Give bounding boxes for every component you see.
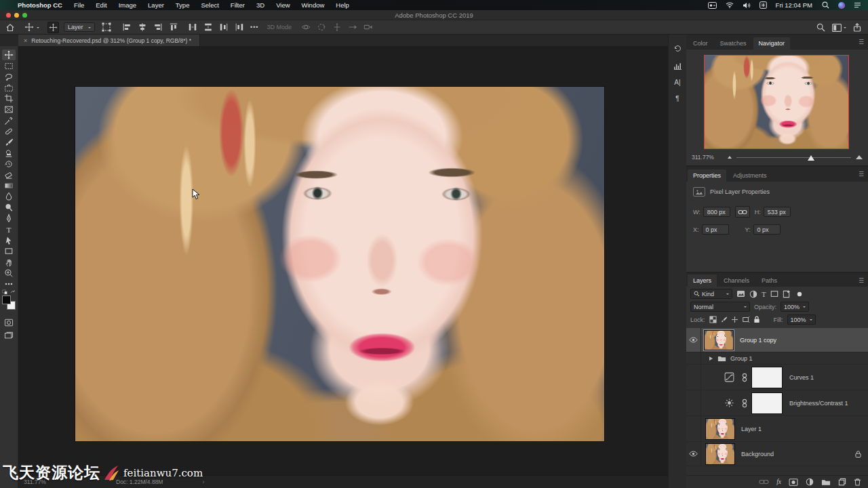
histogram-panel-icon[interactable] (673, 62, 682, 70)
layer-row-background[interactable]: Background (686, 442, 868, 466)
menu-view[interactable]: View (276, 1, 290, 9)
menu-edit[interactable]: Edit (96, 1, 106, 9)
filter-smart-objects-icon[interactable] (783, 290, 790, 298)
menu-file[interactable]: File (74, 1, 84, 9)
show-transform-controls-toggle[interactable] (102, 22, 111, 32)
screen-record-icon[interactable] (708, 2, 717, 9)
gradient-tool[interactable] (2, 180, 16, 191)
filter-adjustment-layers-icon[interactable] (749, 290, 757, 298)
panel-menu-icon[interactable]: ☰ (859, 277, 864, 284)
link-dimensions-icon[interactable] (735, 206, 750, 218)
layer-name[interactable]: Group 1 (730, 355, 753, 362)
panel-menu-icon[interactable]: ☰ (859, 39, 864, 45)
expand-group-caret[interactable] (709, 357, 715, 361)
lock-transparent-pixels-icon[interactable] (709, 316, 717, 323)
link-layers-icon[interactable] (759, 479, 769, 485)
visibility-toggle[interactable] (686, 442, 701, 466)
siri-icon[interactable] (838, 2, 845, 9)
menu-filter[interactable]: Filter (231, 1, 245, 9)
new-group-icon[interactable] (821, 479, 831, 486)
align-left-edges-button[interactable] (122, 22, 132, 32)
home-icon[interactable] (5, 23, 15, 32)
3d-orbit-icon[interactable] (301, 22, 311, 32)
menu-select[interactable]: Select (201, 1, 218, 9)
distribute-vertical-centers-button[interactable] (188, 22, 197, 32)
tab-adjustments[interactable]: Adjustments (728, 169, 772, 182)
blur-tool[interactable] (2, 191, 16, 202)
menu-window[interactable]: Window (302, 1, 325, 9)
3d-camera-icon[interactable] (363, 22, 373, 32)
layer-mask-thumbnail[interactable] (751, 392, 783, 414)
layer-thumbnail[interactable] (705, 443, 735, 465)
dodge-tool[interactable] (2, 202, 16, 213)
layer-filter-kind-dropdown[interactable]: Kind (690, 289, 732, 299)
eraser-tool[interactable] (2, 169, 16, 180)
workspace-switcher-icon[interactable] (832, 24, 846, 32)
tab-color[interactable]: Color (688, 37, 713, 49)
foreground-color-swatch[interactable] (2, 296, 11, 304)
canvas-area[interactable]: 311.77% Doc: 1.22M/4.88M › (18, 46, 668, 488)
move-tool[interactable] (2, 49, 16, 60)
align-right-edges-button[interactable] (153, 22, 163, 32)
navigator-zoom-field[interactable]: 311.77% (692, 154, 723, 161)
layer-name[interactable]: Layer 1 (741, 426, 762, 432)
volume-icon[interactable] (743, 2, 751, 9)
3d-slide-icon[interactable] (348, 22, 357, 32)
menu-3d[interactable]: 3D (256, 1, 264, 9)
notification-center-icon[interactable] (854, 2, 861, 8)
tab-paths[interactable]: Paths (756, 274, 783, 287)
layer-row-brightness-contrast-1[interactable]: Brightness/Contrast 1 (686, 390, 868, 416)
frame-tool[interactable] (2, 104, 16, 115)
wifi-icon[interactable] (726, 2, 734, 8)
document-image[interactable] (75, 87, 604, 441)
paragraph-panel-icon[interactable]: ¶ (675, 95, 679, 102)
layer-row-group-1-copy[interactable]: Group 1 copy (686, 328, 868, 352)
visibility-toggle[interactable] (686, 365, 701, 390)
auto-select-toggle[interactable] (47, 22, 59, 33)
tab-layers[interactable]: Layers (688, 274, 717, 287)
layer-thumbnail[interactable] (704, 330, 734, 350)
search-icon[interactable] (816, 23, 825, 32)
quick-mask-mode-button[interactable] (2, 317, 16, 328)
brush-tool[interactable] (2, 137, 16, 148)
layer-row-layer-1[interactable]: Layer 1 (686, 416, 868, 442)
type-tool[interactable]: T (2, 224, 16, 235)
window-title-bar[interactable]: Adobe Photoshop CC 2019 (0, 10, 868, 20)
x-field[interactable]: 0 px (702, 224, 729, 235)
edit-toolbar-icon[interactable] (2, 279, 16, 289)
navigator-zoom-slider[interactable] (736, 157, 851, 158)
close-tab-icon[interactable]: × (24, 37, 27, 44)
pen-tool[interactable] (2, 213, 16, 224)
layer-mask-thumbnail[interactable] (751, 367, 783, 388)
history-brush-tool[interactable] (2, 159, 16, 169)
height-field[interactable]: 533 px (764, 207, 791, 217)
lock-position-icon[interactable] (731, 316, 738, 323)
layer-row-curves-1[interactable]: Curves 1 (686, 365, 868, 390)
blend-mode-dropdown[interactable]: Normal (690, 302, 750, 312)
visibility-toggle[interactable] (686, 352, 701, 364)
distribute-left-edges-button[interactable] (219, 22, 229, 32)
filter-type-layers-icon[interactable]: T (762, 290, 766, 298)
filter-pixel-layers-icon[interactable] (736, 290, 745, 298)
filter-shape-layers-icon[interactable] (770, 290, 778, 298)
opacity-dropdown[interactable]: 100% (781, 302, 809, 312)
menu-clock[interactable]: Fri 12:04 PM (776, 1, 812, 9)
menu-help[interactable]: Help (336, 1, 349, 9)
auto-select-target-dropdown[interactable]: Layer (64, 22, 95, 32)
document-tab[interactable]: × Retouching-Recovered.psd @ 312% (Group… (18, 35, 200, 46)
3d-pan-icon[interactable] (332, 22, 342, 32)
rectangle-tool[interactable] (2, 246, 16, 257)
filter-toggle-icon[interactable] (797, 291, 802, 297)
panel-menu-icon[interactable]: ☰ (859, 171, 864, 178)
zoom-tool[interactable] (2, 268, 16, 279)
menu-image[interactable]: Image (119, 1, 136, 9)
visibility-toggle[interactable] (686, 328, 701, 352)
add-mask-icon[interactable] (789, 479, 798, 486)
distribute-horizontal-centers-button[interactable] (203, 22, 213, 32)
tab-channels[interactable]: Channels (718, 274, 755, 287)
lock-all-icon[interactable] (753, 316, 760, 323)
hand-tool[interactable] (2, 257, 16, 268)
delete-layer-icon[interactable] (854, 478, 861, 486)
visibility-toggle[interactable] (686, 416, 701, 441)
visibility-toggle[interactable] (686, 390, 701, 415)
